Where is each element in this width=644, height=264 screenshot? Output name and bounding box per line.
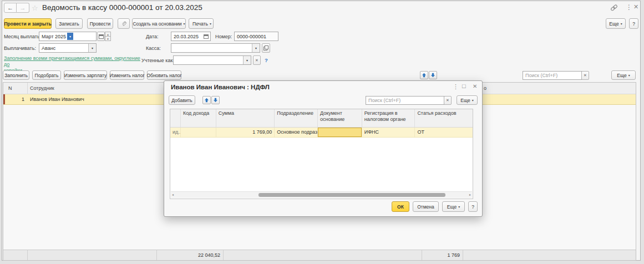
pay-mode-dropdown-button[interactable]: ▾ (88, 44, 96, 52)
chevron-down-icon: ▾ (628, 74, 630, 77)
accounted-as-help-link[interactable]: ? (265, 57, 268, 63)
dialog-search-clear-button[interactable]: ✕ (444, 96, 452, 105)
forward-button[interactable]: → (17, 3, 29, 13)
number-input[interactable]: 0000-000001 (234, 32, 278, 41)
scroll-right-icon[interactable]: ▸ (469, 192, 471, 196)
column-header-registration: Регистрация в налоговом органе (362, 109, 415, 127)
form-help-button[interactable]: ? (629, 18, 638, 29)
dialog-footer-more-button[interactable]: Еще▾ (442, 201, 465, 212)
change-tax-button[interactable]: Изменить налог (110, 70, 144, 80)
create-based-on-button[interactable]: Создать на основании▾ (132, 18, 186, 29)
chevron-down-icon: ▾ (255, 46, 257, 50)
cashbox-select[interactable]: ▾ (171, 43, 260, 53)
form-more-button[interactable]: Еще▾ (606, 18, 626, 29)
add-row-button[interactable]: Добавить (169, 95, 195, 105)
sum-cell[interactable]: 1 769,00 (216, 128, 275, 137)
dialog-search-input[interactable]: Поиск (Ctrl+F) (366, 96, 444, 105)
arrow-down-icon (430, 73, 435, 78)
pick-button[interactable]: Подобрать (32, 70, 61, 80)
chevron-down-icon: ▾ (184, 22, 185, 26)
column-header-doc-base: Документ основание (318, 109, 362, 127)
calendar-icon (99, 34, 104, 39)
month-calendar-button[interactable] (97, 32, 105, 41)
column-header-n: N (8, 83, 25, 94)
cashbox-dropdown-button[interactable]: ▾ (252, 44, 260, 52)
triangle-up-icon: ▴ (107, 33, 109, 36)
accounted-as-clear-button[interactable]: ✕ (253, 55, 261, 65)
back-button[interactable]: ← (4, 3, 17, 13)
ok-button[interactable]: ОК (392, 201, 409, 212)
month-spinner: ▴ ▾ (105, 32, 111, 41)
chevron-down-icon: ▾ (92, 46, 93, 50)
spin-down-button[interactable]: ▾ (105, 37, 111, 41)
month-input[interactable]: Март 2025 ▾ (39, 32, 97, 41)
income-code-cell[interactable] (181, 128, 216, 137)
accounted-as-dropdown-button[interactable]: ▾ (243, 56, 251, 64)
ndfl-table-header: Код дохода Сумма Подразделение Документ … (170, 109, 473, 128)
window-close-icon[interactable]: ✕ (633, 4, 638, 10)
clipped-cell: ид... (170, 128, 181, 137)
column-header-employee: Сотрудник (30, 83, 141, 94)
calendar-icon[interactable] (204, 34, 209, 39)
department-cell[interactable]: Основное подраз... (275, 128, 318, 137)
horizontal-scrollbar[interactable]: ◂ ▸ (171, 191, 472, 198)
ndfl-dialog: Иванов Иван Иванович : НДФЛ ⋮ □ ✕ Добави… (164, 80, 483, 217)
pay-mode-select[interactable]: Аванс ▾ (39, 43, 97, 53)
search-clear-button[interactable]: ✕ (581, 71, 589, 80)
refresh-tax-button[interactable]: Обновить налог (147, 70, 181, 80)
post-button[interactable]: Провести (87, 18, 113, 29)
move-row-down-button[interactable] (429, 71, 437, 79)
column-header-income-code: Код дохода (181, 109, 216, 127)
pay-mode-label: Выплачивать: (4, 45, 36, 51)
window-menu-dots-icon[interactable]: ⋮ (626, 4, 632, 11)
dialog-move-down-button[interactable] (211, 96, 220, 104)
chevron-down-icon: ▾ (210, 22, 211, 26)
scroll-left-icon[interactable]: ◂ (172, 192, 174, 196)
date-input[interactable]: 20.03.2025 (171, 32, 211, 41)
post-and-close-button[interactable]: Провести и закрыть (4, 18, 52, 29)
dialog-move-up-button[interactable] (202, 96, 211, 104)
employees-table-totals: 22 040,52 1 769 (3, 250, 636, 260)
total-tax-cell: 1 769 (422, 250, 460, 260)
dialog-help-button[interactable]: ? (468, 201, 478, 212)
doc-base-cell-active[interactable] (318, 128, 362, 137)
expense-item-cell[interactable]: ОТ (415, 128, 473, 137)
fill-button[interactable]: Заполнить (3, 70, 29, 80)
column-header-expense-item: Статья расходов (415, 109, 473, 127)
cancel-button[interactable]: Отмена (413, 201, 439, 212)
scrollbar-thumb[interactable] (258, 193, 445, 197)
attachments-button[interactable] (118, 18, 130, 29)
get-link-icon[interactable] (610, 4, 618, 12)
clear-x-icon: ✕ (255, 58, 258, 63)
favorite-star-icon[interactable]: ☆ (32, 4, 38, 12)
chevron-down-icon: ▾ (458, 205, 460, 209)
column-header-sum: Сумма (216, 109, 275, 127)
nav-history-buttons: ← → (4, 3, 29, 13)
column-divider[interactable] (27, 83, 28, 94)
accounted-as-select[interactable]: ▾ (173, 55, 251, 65)
write-button[interactable]: Записать (55, 18, 83, 29)
cashbox-open-button[interactable] (262, 43, 270, 53)
clear-x-icon: ✕ (584, 73, 587, 78)
chevron-down-icon: ▾ (472, 99, 474, 102)
dialog-maximize-icon[interactable]: □ (462, 83, 466, 89)
dialog-close-icon[interactable]: ✕ (473, 84, 477, 89)
change-salary-button[interactable]: Изменить зарплату (64, 70, 107, 80)
column-divider (223, 250, 224, 260)
arrow-up-icon (422, 73, 427, 78)
table-more-button[interactable]: Еще▾ (611, 70, 636, 80)
dialog-more-button[interactable]: Еще▾ (457, 95, 478, 105)
month-choice-button[interactable]: ▾ (67, 33, 73, 40)
arrow-up-icon (204, 98, 209, 103)
column-header-department: Подразделение (275, 109, 318, 127)
print-button[interactable]: Печать▾ (189, 18, 214, 29)
spin-up-button[interactable]: ▴ (105, 32, 111, 37)
employees-search-input[interactable]: Поиск (Ctrl+F) (523, 71, 582, 80)
ndfl-row[interactable]: ид... 1 769,00 Основное подраз... ИФНС О… (170, 128, 473, 138)
row-number-cell: 1 (3, 94, 24, 104)
forward-icon: → (20, 4, 26, 11)
dialog-footer-buttons: ОК Отмена Еще▾ ? (392, 201, 478, 212)
registration-cell[interactable]: ИФНС (362, 128, 415, 137)
move-row-up-button[interactable] (420, 71, 428, 79)
dialog-menu-dots-icon[interactable]: ⋮ (453, 84, 459, 90)
